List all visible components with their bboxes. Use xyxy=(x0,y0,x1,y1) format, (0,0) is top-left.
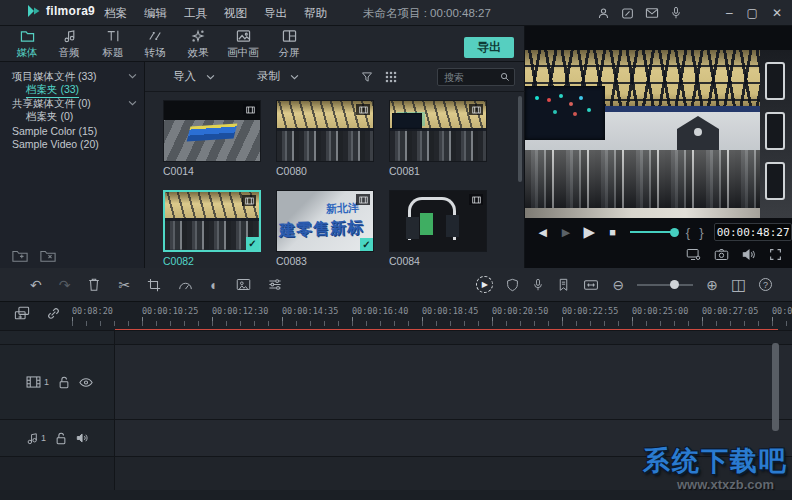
media-thumbnail[interactable] xyxy=(276,100,374,162)
link-clips-icon[interactable] xyxy=(46,306,61,321)
media-item[interactable]: C0080 xyxy=(276,100,374,177)
maximize-button[interactable]: ▢ xyxy=(747,6,758,20)
voiceover-icon[interactable] xyxy=(670,6,682,20)
previous-frame-button[interactable]: ◀ xyxy=(531,226,554,239)
stop-button[interactable]: ■ xyxy=(601,226,624,238)
mark-out-button[interactable]: } xyxy=(695,225,709,240)
tab-audio[interactable]: 音频 xyxy=(48,29,90,60)
record-dropdown[interactable]: 录制 xyxy=(257,69,299,84)
undo-icon[interactable]: ↶ xyxy=(30,278,42,292)
chevron-down-icon[interactable] xyxy=(128,73,137,79)
help-icon[interactable]: ? xyxy=(759,278,772,291)
split-scissors-icon[interactable]: ✂ xyxy=(118,278,130,292)
menu-view[interactable]: 视图 xyxy=(224,6,247,21)
tab-split-screen[interactable]: 分屏 xyxy=(268,29,310,60)
track-layout-icon[interactable]: ◫ xyxy=(731,277,746,293)
play-button[interactable]: ▶ xyxy=(578,223,601,241)
fit-timeline-icon[interactable] xyxy=(583,279,599,291)
tree-item-sample-video[interactable]: Sample Video (20) xyxy=(0,138,145,152)
media-thumbnail[interactable] xyxy=(389,190,487,252)
media-thumbnail[interactable] xyxy=(163,100,261,162)
manage-tracks-icon[interactable] xyxy=(14,306,30,321)
media-item-name: C0083 xyxy=(276,255,374,267)
media-item[interactable]: C0081 xyxy=(389,100,487,177)
search-icon[interactable] xyxy=(500,72,510,82)
import-dropdown[interactable]: 导入 xyxy=(173,69,215,84)
track-mute-speaker-icon[interactable] xyxy=(76,432,89,444)
menu-file[interactable]: 档案 xyxy=(104,6,127,21)
project-title: 未命名项目 : 00:00:48:27 xyxy=(363,0,491,26)
export-button[interactable]: 导出 xyxy=(464,37,514,58)
record-voiceover-icon[interactable] xyxy=(532,278,544,292)
adjust-sliders-icon[interactable] xyxy=(268,278,282,291)
media-item-selected[interactable]: ✓ C0082 xyxy=(163,190,261,267)
tab-effects[interactable]: 效果 xyxy=(177,29,219,60)
media-thumbnail[interactable]: ✓ xyxy=(163,190,261,252)
delete-icon[interactable] xyxy=(87,277,101,292)
volume-icon[interactable] xyxy=(742,248,756,261)
media-thumbnail[interactable] xyxy=(389,100,487,162)
minimize-button[interactable]: – xyxy=(726,6,733,20)
account-icon[interactable] xyxy=(597,7,610,20)
menu-edit[interactable]: 编辑 xyxy=(144,6,167,21)
mark-in-button[interactable]: { xyxy=(681,225,695,240)
feedback-icon[interactable] xyxy=(621,7,634,20)
color-correction-icon[interactable]: ◐ xyxy=(210,278,218,292)
new-folder-icon[interactable] xyxy=(12,249,28,262)
display-settings-icon[interactable] xyxy=(686,248,701,261)
unlock-icon[interactable] xyxy=(55,432,67,445)
delete-folder-icon[interactable] xyxy=(40,249,56,262)
folder-icon xyxy=(20,29,35,44)
mail-icon[interactable] xyxy=(645,7,659,19)
crop-icon[interactable] xyxy=(147,278,161,292)
tab-media[interactable]: 媒体 xyxy=(6,29,48,60)
media-item[interactable]: 新北洋 建零售新标 ✓ C0083 xyxy=(276,190,374,267)
tree-item-folder-0[interactable]: 档案夹 (0) xyxy=(0,111,145,125)
zoom-in-icon[interactable]: ⊕ xyxy=(706,278,718,292)
speed-icon[interactable] xyxy=(178,278,193,291)
media-toolbar: 导入 录制 xyxy=(145,62,525,92)
unlock-icon[interactable] xyxy=(58,376,70,389)
mask-shield-icon[interactable] xyxy=(506,278,519,292)
preview-video[interactable] xyxy=(525,50,792,218)
marker-icon[interactable] xyxy=(557,278,570,292)
tree-item-shared-media[interactable]: 共享媒体文件 (0) xyxy=(0,97,145,111)
media-item-name: C0080 xyxy=(276,165,374,177)
media-item[interactable]: C0014 xyxy=(163,100,261,177)
grid-view-icon[interactable] xyxy=(385,71,397,83)
snapshot-camera-icon[interactable] xyxy=(714,248,729,261)
track-visibility-eye-icon[interactable] xyxy=(79,377,93,388)
audio-track-header[interactable]: 1 xyxy=(0,419,115,456)
media-scrollbar[interactable] xyxy=(518,96,522,182)
tree-item-sample-color[interactable]: Sample Color (15) xyxy=(0,124,145,138)
menu-export[interactable]: 导出 xyxy=(264,6,287,21)
search-input[interactable] xyxy=(442,71,500,84)
menu-help[interactable]: 帮助 xyxy=(304,6,327,21)
timeline-ruler[interactable]: 00:08:20 00:00:10:25 00:00:12:30 00:00:1… xyxy=(72,304,792,328)
next-frame-button[interactable]: ▶ xyxy=(554,226,577,239)
menu-tools[interactable]: 工具 xyxy=(184,6,207,21)
playback-speed-slider[interactable] xyxy=(630,231,675,233)
chevron-down-icon[interactable] xyxy=(128,100,137,106)
chroma-key-icon[interactable] xyxy=(236,278,251,291)
video-track-lane[interactable] xyxy=(115,344,792,419)
redo-icon[interactable]: ↷ xyxy=(59,278,71,292)
video-clip-icon xyxy=(469,104,483,115)
tab-pip[interactable]: 画中画 xyxy=(222,29,264,60)
fullscreen-icon[interactable] xyxy=(769,248,782,261)
audio-track-icon xyxy=(26,432,38,445)
timeline-scrollbar[interactable] xyxy=(772,343,779,431)
video-track-header[interactable]: 1 xyxy=(0,344,115,419)
in-timeline-check-icon: ✓ xyxy=(246,237,259,250)
tree-item-project-media[interactable]: 项目媒体文件 (33) xyxy=(0,70,145,84)
tab-transitions[interactable]: 转场 xyxy=(134,29,176,60)
tree-item-folder-33[interactable]: 档案夹 (33) xyxy=(0,84,145,98)
render-preview-icon[interactable]: ▶ xyxy=(476,276,493,293)
media-thumbnail[interactable]: 新北洋 建零售新标 ✓ xyxy=(276,190,374,252)
close-button[interactable]: ✕ xyxy=(772,6,782,20)
timeline-zoom-slider[interactable] xyxy=(637,284,693,286)
tab-titles[interactable]: 标题 xyxy=(92,29,134,60)
filter-icon[interactable] xyxy=(361,71,373,83)
media-item[interactable]: C0084 xyxy=(389,190,487,267)
zoom-out-icon[interactable]: ⊖ xyxy=(612,278,624,292)
